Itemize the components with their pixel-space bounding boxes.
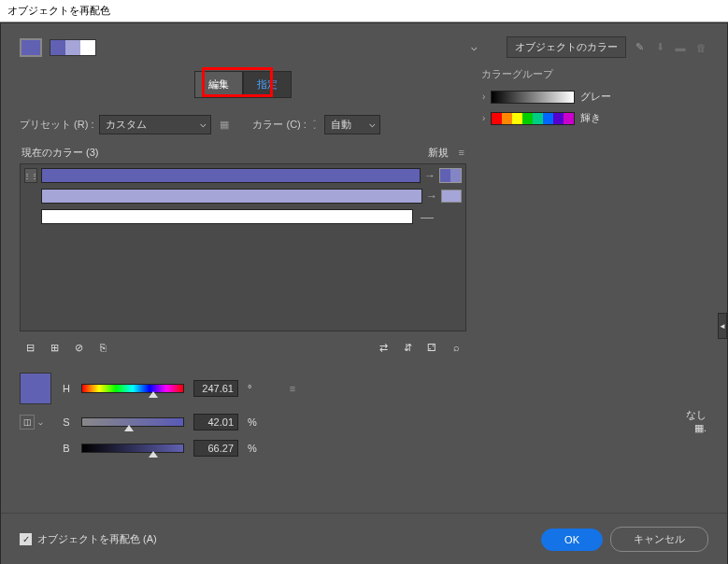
color-bar[interactable] xyxy=(41,168,421,183)
sat-slider[interactable] xyxy=(81,417,184,427)
color-list-header: 現在のカラー (3) 新規 ≡ xyxy=(20,142,466,163)
recolor-checkbox-label: オブジェクトを再配色 (A) xyxy=(37,532,157,546)
sat-input[interactable]: 42.01 xyxy=(193,414,238,430)
new-row-icon[interactable]: ⎘ xyxy=(94,339,111,356)
color-group-item[interactable]: › グレー xyxy=(482,86,707,107)
expand-icon[interactable]: › xyxy=(482,113,485,123)
recolor-checkbox[interactable]: ✓ xyxy=(20,533,32,545)
ok-button[interactable]: OK xyxy=(541,529,603,551)
color-row[interactable]: ⋮⋮ → xyxy=(24,168,462,183)
color-list: ⋮⋮ → → — xyxy=(20,163,466,331)
group-swatch-gray xyxy=(491,91,575,104)
top-row: ⌵ オブジェクトのカラー ✎ ⬇ ▬ 🗑 xyxy=(1,23,727,63)
preset-select[interactable]: カスタム xyxy=(99,115,211,134)
b-label: B xyxy=(61,443,72,454)
hsb-swatch[interactable] xyxy=(20,373,51,404)
color-row[interactable]: → xyxy=(24,189,462,204)
color-mode-icon[interactable]: ◫ xyxy=(20,415,35,430)
save-group-icon[interactable]: ⬇ xyxy=(652,40,667,55)
hue-slider[interactable] xyxy=(81,384,184,393)
group-name: 輝き xyxy=(580,111,601,125)
arrow-icon: → xyxy=(424,169,435,182)
bri-unit: % xyxy=(248,443,261,454)
chevron-down-icon[interactable]: ⌵ xyxy=(38,418,43,427)
dialog-body: ⌵ オブジェクトのカラー ✎ ⬇ ▬ 🗑 編集 指定 プリセット (R) : カ… xyxy=(0,22,728,564)
color-bar[interactable] xyxy=(41,209,413,224)
color-row[interactable]: — xyxy=(24,209,462,224)
hue-unit: ° xyxy=(248,383,261,394)
s-label: S xyxy=(61,416,72,428)
bri-slider[interactable] xyxy=(81,444,184,453)
tab-edit[interactable]: 編集 xyxy=(194,71,243,98)
active-color-swatch[interactable] xyxy=(20,38,42,57)
sort-hue-icon[interactable]: ⇄ xyxy=(375,339,392,356)
color-bar[interactable] xyxy=(41,189,422,204)
none-label[interactable]: なし xyxy=(686,408,707,422)
list-tools: ⊟ ⊞ ⊘ ⎘ ⇄ ⇵ ⚁ ⌕ xyxy=(20,331,466,363)
no-change-icon[interactable]: — xyxy=(417,209,437,224)
swatch-2[interactable] xyxy=(65,40,80,55)
tab-assign[interactable]: 指定 xyxy=(243,71,292,98)
group-name: グレー xyxy=(580,90,611,104)
separate-icon[interactable]: ⊞ xyxy=(46,339,63,356)
swatch-group xyxy=(50,39,96,56)
swatch-3[interactable] xyxy=(80,40,95,55)
object-color-dropdown[interactable]: オブジェクトのカラー xyxy=(507,36,626,58)
list-menu-icon[interactable]: ≡ xyxy=(459,147,464,158)
dialog-title: オブジェクトを再配色 xyxy=(7,5,110,16)
group-swatch-rainbow xyxy=(491,112,575,125)
header-right: オブジェクトのカラー ✎ ⬇ ▬ 🗑 xyxy=(507,36,708,58)
eyedropper-icon[interactable]: ✎ xyxy=(632,40,647,55)
color-stepper[interactable]: ⌃⌄ xyxy=(312,120,317,130)
random-icon[interactable]: ⚁ xyxy=(423,339,440,356)
swatch-dropdown-icon[interactable]: ⌵ xyxy=(467,41,480,54)
sat-unit: % xyxy=(248,416,261,428)
color-count-select[interactable]: 自動 xyxy=(324,115,380,134)
side-labels: なし ▦. xyxy=(686,408,707,434)
sort-light-icon[interactable]: ⇵ xyxy=(399,339,416,356)
exclude-icon[interactable]: ⊘ xyxy=(70,339,87,356)
preset-row: プリセット (R) : カスタム ▦ カラー (C) : ⌃⌄ 自動 xyxy=(20,115,466,134)
row-handle-icon[interactable]: ⋮⋮ xyxy=(24,168,37,183)
new-label: 新規 xyxy=(428,147,449,158)
arrow-icon: → xyxy=(426,190,437,203)
footer: ✓ オブジェクトを再配色 (A) OK キャンセル xyxy=(1,513,727,564)
folder-icon[interactable]: ▬ xyxy=(673,40,688,55)
color-count-label: カラー (C) : xyxy=(252,118,306,132)
bri-input[interactable]: 66.27 xyxy=(193,440,238,457)
target-swatch[interactable] xyxy=(439,168,462,183)
color-group-item[interactable]: › 輝き xyxy=(482,107,707,129)
cancel-button[interactable]: キャンセル xyxy=(610,527,708,552)
collapse-panel-icon[interactable]: ◄ xyxy=(718,313,727,339)
target-swatch[interactable] xyxy=(441,190,462,203)
right-panel: カラーグループ › グレー › 輝き xyxy=(466,63,708,466)
hsb-panel: H 247.61 ° ≡ ◫ ⌵ S 42.01 % xyxy=(20,373,466,457)
tabs: 編集 指定 xyxy=(20,71,466,98)
preset-grid-icon[interactable]: ▦ xyxy=(217,118,232,133)
expand-icon[interactable]: › xyxy=(482,92,485,102)
swatch-1[interactable] xyxy=(50,40,65,55)
h-label: H xyxy=(61,383,72,394)
merge-icon[interactable]: ⊟ xyxy=(21,339,38,356)
hue-input[interactable]: 247.61 xyxy=(193,380,238,397)
trash-icon[interactable]: 🗑 xyxy=(693,40,708,55)
current-colors-label: 現在のカラー (3) xyxy=(21,146,99,160)
find-icon[interactable]: ⌕ xyxy=(448,339,464,356)
grid-label[interactable]: ▦. xyxy=(686,422,707,434)
hsb-menu-icon[interactable]: ≡ xyxy=(285,381,300,396)
color-groups-title: カラーグループ xyxy=(481,63,708,85)
preset-label: プリセット (R) : xyxy=(20,118,93,132)
title-bar: オブジェクトを再配色 xyxy=(0,0,728,22)
